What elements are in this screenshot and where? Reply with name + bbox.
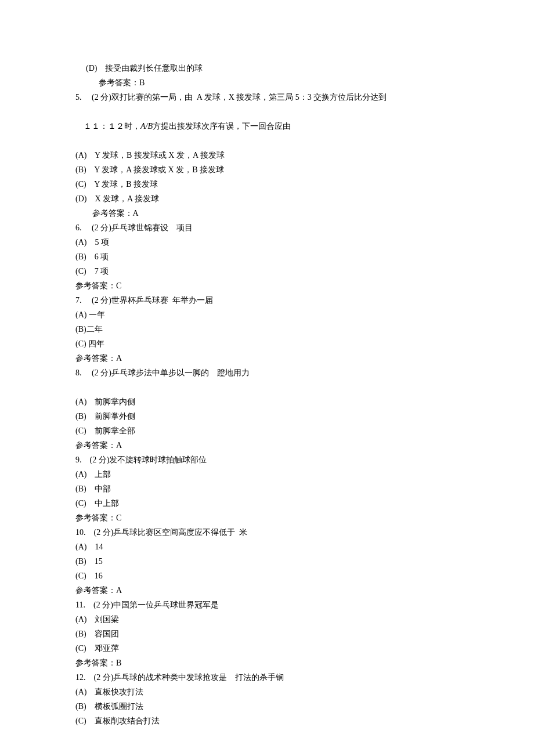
q9-answer: 参考答案：C bbox=[75, 511, 459, 525]
q6-stem: 6. (2 分)乒乓球世锦赛设 项目 bbox=[75, 220, 459, 235]
q8-option-a: (A) 前脚掌内侧 bbox=[75, 395, 459, 409]
q5-stem-line1: 5. (2 分)双打比赛的第一局，由 A 发球，X 接发球，第三局 5：3 交换… bbox=[75, 90, 459, 104]
q6-option-c: (C) 7 项 bbox=[75, 264, 459, 278]
q10-option-c: (C) 16 bbox=[75, 569, 459, 583]
q5-option-c: (C) Y 发球，B 接发球 bbox=[75, 177, 459, 191]
q7-stem: 7. (2 分)世界杯乒乓球赛 年举办一届 bbox=[75, 293, 459, 308]
q6-option-a: (A) 5 项 bbox=[75, 235, 459, 249]
q9-option-b: (B) 中部 bbox=[75, 482, 459, 496]
q11-option-a: (A) 刘国梁 bbox=[75, 612, 459, 627]
q11-stem: 11. (2 分)中国第一位乒乓球世界冠军是 bbox=[75, 598, 459, 612]
q5-option-a: (A) Y 发球，B 接发球或 X 发，A 接发球 bbox=[75, 148, 459, 162]
q12-option-a: (A) 直板快攻打法 bbox=[75, 685, 459, 699]
q7-option-c: (C) 四年 bbox=[75, 337, 459, 351]
q10-option-b: (B) 15 bbox=[75, 554, 459, 569]
q10-answer: 参考答案：A bbox=[75, 583, 459, 598]
document-page: (D) 接受由裁判长任意取出的球 参考答案：B 5. (2 分)双打比赛的第一局… bbox=[0, 0, 534, 756]
q5-option-b: (B) Y 发球，A 接发球或 X 发，B 接发球 bbox=[75, 162, 459, 177]
q11-answer: 参考答案：B bbox=[75, 656, 459, 670]
q5-stem2-c: 方提出接发球次序有误，下一回合应由 bbox=[153, 122, 291, 131]
q8-option-c: (C) 前脚掌全部 bbox=[75, 424, 459, 438]
q8-answer: 参考答案：A bbox=[75, 438, 459, 453]
q6-option-b: (B) 6 项 bbox=[75, 249, 459, 264]
q10-option-a: (A) 14 bbox=[75, 540, 459, 554]
q11-option-c: (C) 邓亚萍 bbox=[75, 641, 459, 656]
q7-answer: 参考答案：A bbox=[75, 351, 459, 366]
q6-answer: 参考答案：C bbox=[75, 278, 459, 293]
q8-option-b: (B) 前脚掌外侧 bbox=[75, 409, 459, 424]
q11-option-b: (B) 容国团 bbox=[75, 627, 459, 641]
q5-stem2-a: １１：１２时， bbox=[84, 122, 140, 131]
q8-stem: 8. (2 分)乒乓球步法中单步以一脚的 蹬地用力 bbox=[75, 366, 459, 380]
q12-option-c: (C) 直板削攻结合打法 bbox=[75, 714, 459, 728]
q5-option-d: (D) X 发球，A 接发球 bbox=[75, 191, 459, 206]
q9-option-c: (C) 中上部 bbox=[75, 496, 459, 511]
q7-option-b: (B)二年 bbox=[75, 322, 459, 337]
q10-stem: 10. (2 分)乒乓球比赛区空间高度应不得低于 米 bbox=[75, 525, 459, 540]
q9-stem: 9. (2 分)发不旋转球时球拍触球部位 bbox=[75, 453, 459, 467]
q12-option-b: (B) 横板弧圈打法 bbox=[75, 699, 459, 714]
q5-answer: 参考答案：A bbox=[75, 206, 459, 220]
prev-answer: 参考答案：B bbox=[75, 75, 459, 90]
q8-blank bbox=[75, 380, 459, 395]
q5-stem2-b: A/B bbox=[140, 122, 153, 131]
q5-stem-line2: １１：１２时，A/B方提出接发球次序有误，下一回合应由 bbox=[75, 104, 459, 148]
q7-option-a: (A) 一年 bbox=[75, 308, 459, 322]
q12-stem: 12. (2 分)乒乓球的战术种类中发球抢攻是 打法的杀手锏 bbox=[75, 670, 459, 685]
q9-option-a: (A) 上部 bbox=[75, 467, 459, 482]
prev-option-d: (D) 接受由裁判长任意取出的球 bbox=[75, 61, 459, 75]
